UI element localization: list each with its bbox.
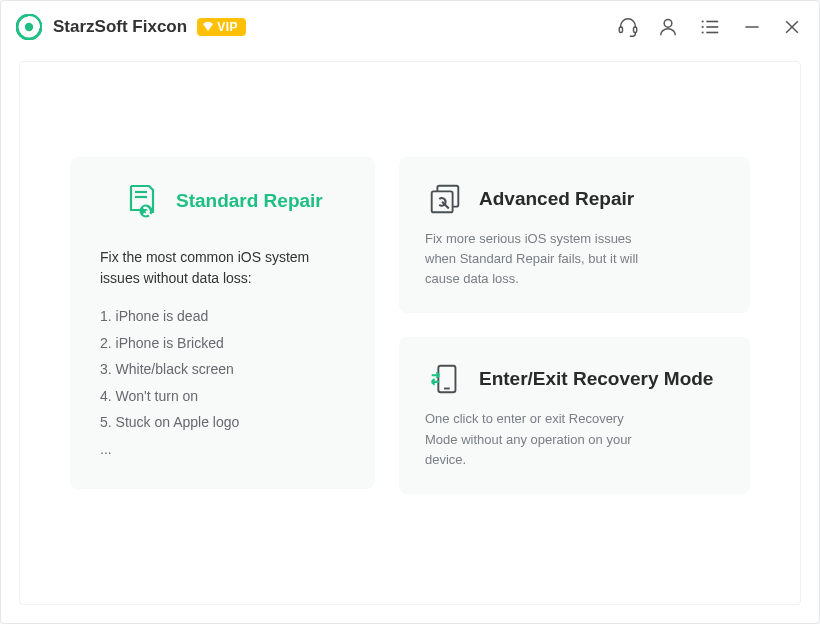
recovery-mode-desc: One click to enter or exit Recovery Mode… xyxy=(425,409,655,469)
list-item: Stuck on Apple logo xyxy=(100,409,345,436)
vip-badge: VIP xyxy=(197,18,246,36)
account-icon[interactable] xyxy=(657,16,679,38)
standard-repair-issue-list: iPhone is dead iPhone is Bricked White/b… xyxy=(100,303,345,436)
content-area: Standard Repair Fix the most common iOS … xyxy=(1,53,819,623)
advanced-repair-wrench-icon xyxy=(425,179,465,219)
app-title: StarzSoft Fixcon xyxy=(53,17,187,37)
standard-repair-document-icon xyxy=(122,181,162,221)
svg-point-9 xyxy=(702,31,704,33)
standard-repair-title: Standard Repair xyxy=(176,190,323,212)
title-bar: StarzSoft Fixcon VIP xyxy=(1,1,819,53)
app-window: StarzSoft Fixcon VIP xyxy=(0,0,820,624)
minimize-button[interactable] xyxy=(741,16,763,38)
advanced-repair-card[interactable]: Advanced Repair Fix more serious iOS sys… xyxy=(399,157,750,313)
advanced-repair-title: Advanced Repair xyxy=(479,188,634,210)
close-button[interactable] xyxy=(781,16,803,38)
vip-badge-label: VIP xyxy=(217,20,238,34)
recovery-mode-title: Enter/Exit Recovery Mode xyxy=(479,368,713,390)
list-more-indicator: ... xyxy=(100,436,345,463)
app-logo-icon xyxy=(15,13,43,41)
recovery-mode-card[interactable]: Enter/Exit Recovery Mode One click to en… xyxy=(399,337,750,493)
menu-icon[interactable] xyxy=(697,16,723,38)
recovery-mode-device-icon xyxy=(425,359,465,399)
list-item: iPhone is Bricked xyxy=(100,330,345,357)
diamond-icon xyxy=(201,20,215,34)
list-item: White/black screen xyxy=(100,356,345,383)
svg-point-4 xyxy=(664,19,672,27)
advanced-repair-desc: Fix more serious iOS system issues when … xyxy=(425,229,655,289)
standard-repair-desc: Fix the most common iOS system issues wi… xyxy=(100,247,345,289)
svg-point-1 xyxy=(25,23,33,31)
support-icon[interactable] xyxy=(617,16,639,38)
list-item: iPhone is dead xyxy=(100,303,345,330)
titlebar-actions xyxy=(617,16,803,38)
list-item: Won't turn on xyxy=(100,383,345,410)
main-panel: Standard Repair Fix the most common iOS … xyxy=(19,61,801,605)
svg-point-7 xyxy=(702,26,704,28)
standard-repair-card[interactable]: Standard Repair Fix the most common iOS … xyxy=(70,157,375,489)
svg-point-5 xyxy=(702,20,704,22)
